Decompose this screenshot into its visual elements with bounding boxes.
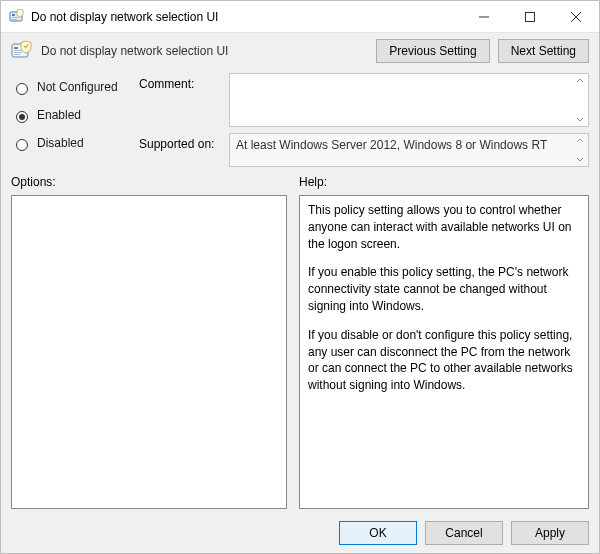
help-paragraph: If you enable this policy setting, the P… (308, 264, 580, 314)
comment-input[interactable] (229, 73, 589, 127)
svg-rect-1 (12, 14, 15, 16)
previous-setting-button[interactable]: Previous Setting (376, 39, 489, 63)
apply-button[interactable]: Apply (511, 521, 589, 545)
title-bar: Do not display network selection UI (1, 1, 599, 33)
radio-disabled-input[interactable] (16, 139, 28, 151)
maximize-button[interactable] (507, 1, 553, 32)
help-label: Help: (299, 175, 327, 189)
supported-on-box: At least Windows Server 2012, Windows 8 … (229, 133, 589, 167)
options-pane[interactable] (11, 195, 287, 509)
chevron-down-icon[interactable] (575, 114, 585, 124)
radio-not-configured-input[interactable] (16, 83, 28, 95)
radio-not-configured-label: Not Configured (37, 80, 118, 94)
dialog-buttons: OK Cancel Apply (11, 515, 589, 545)
panes: This policy setting allows you to contro… (11, 195, 589, 509)
help-paragraph: If you disable or don't configure this p… (308, 327, 580, 394)
ok-button[interactable]: OK (339, 521, 417, 545)
next-setting-button[interactable]: Next Setting (498, 39, 589, 63)
supported-on-value: At least Windows Server 2012, Windows 8 … (236, 138, 547, 152)
cancel-button[interactable]: Cancel (425, 521, 503, 545)
app-icon (9, 9, 25, 25)
close-button[interactable] (553, 1, 599, 32)
options-label: Options: (11, 175, 287, 189)
radio-disabled[interactable]: Disabled (11, 133, 131, 153)
svg-rect-3 (12, 19, 17, 20)
svg-rect-9 (14, 54, 20, 55)
radio-enabled-label: Enabled (37, 108, 81, 122)
svg-rect-2 (12, 17, 19, 18)
radio-enabled[interactable]: Enabled (11, 105, 131, 125)
chevron-down-icon[interactable] (575, 154, 585, 164)
svg-rect-6 (14, 47, 18, 49)
window-title: Do not display network selection UI (31, 10, 461, 24)
radio-disabled-label: Disabled (37, 136, 84, 150)
pane-labels: Options: Help: (11, 175, 589, 189)
svg-rect-8 (14, 52, 22, 53)
help-pane[interactable]: This policy setting allows you to contro… (299, 195, 589, 509)
state-radio-group: Not Configured Enabled Disabled (11, 73, 131, 167)
fields-column: Comment: Supported on: At least Windows … (139, 73, 589, 167)
supported-on-label: Supported on: (139, 133, 219, 167)
help-paragraph: This policy setting allows you to contro… (308, 202, 580, 252)
radio-enabled-input[interactable] (16, 111, 28, 123)
svg-rect-4 (526, 12, 535, 21)
header-row: Do not display network selection UI Prev… (11, 39, 589, 63)
dialog-content: Do not display network selection UI Prev… (1, 33, 599, 553)
chevron-up-icon[interactable] (575, 76, 585, 86)
chevron-up-icon[interactable] (575, 136, 585, 146)
policy-icon (11, 40, 33, 62)
comment-row: Comment: (139, 73, 589, 127)
settings-area: Not Configured Enabled Disabled Comment: (11, 73, 589, 167)
supported-on-row: Supported on: At least Windows Server 20… (139, 133, 589, 167)
window-controls (461, 1, 599, 32)
policy-name: Do not display network selection UI (41, 44, 368, 58)
radio-not-configured[interactable]: Not Configured (11, 77, 131, 97)
minimize-button[interactable] (461, 1, 507, 32)
comment-label: Comment: (139, 73, 219, 127)
